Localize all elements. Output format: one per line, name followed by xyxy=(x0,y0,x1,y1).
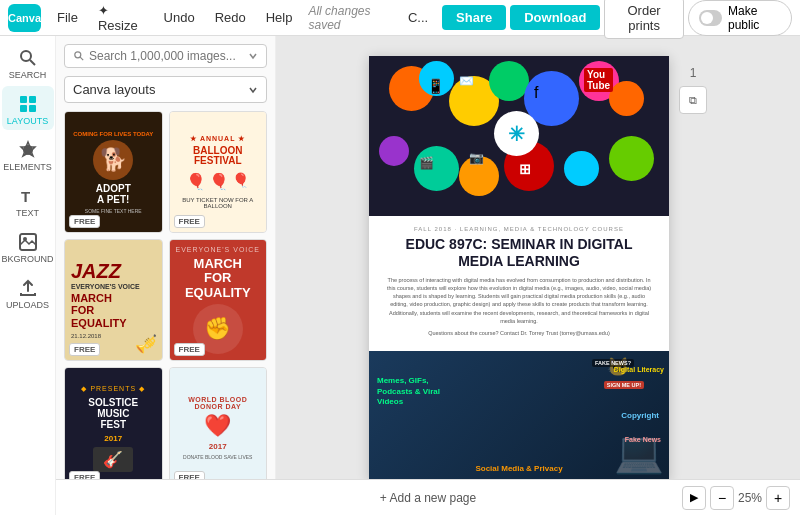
svg-line-1 xyxy=(30,60,35,65)
page-number: 1 xyxy=(679,66,707,80)
sidebar-elements-label: ELEMENTS xyxy=(3,162,52,172)
sidebar-uploads-label: UPLOADS xyxy=(6,300,49,310)
template-card-adopt-pet[interactable]: COMING FOR LIVES TODAY 🐕 ADOPTA PET! SOM… xyxy=(64,111,163,233)
bottom-bar: + Add a new page ▶ − 25% + xyxy=(56,479,800,515)
canvas-page[interactable]: 📱 ✉️ f YouTube 🎬 📷 ⊞ ✳ FALL 2018 · LEARN… xyxy=(369,56,669,481)
add-page-button[interactable]: + Add a new page xyxy=(380,491,476,505)
free-badge: FREE xyxy=(69,215,100,228)
download-button[interactable]: Download xyxy=(510,5,600,30)
canvas-bottom-image: 💻 🐱 FAKE NEWS? SIGN ME UP! Memes, GIFs,P… xyxy=(369,351,669,481)
svg-rect-2 xyxy=(20,96,27,103)
canvas-body-text: The process of interacting with digital … xyxy=(385,276,653,326)
svg-point-0 xyxy=(21,51,31,61)
file-menu[interactable]: File xyxy=(49,6,86,29)
public-toggle[interactable] xyxy=(699,10,722,26)
share-button[interactable]: Share xyxy=(442,5,506,30)
autosave-status: All changes saved xyxy=(308,4,390,32)
help-menu[interactable]: Help xyxy=(258,6,301,29)
document-title[interactable] xyxy=(398,10,438,25)
template-grid: COMING FOR LIVES TODAY 🐕 ADOPTA PET! SOM… xyxy=(64,111,267,489)
template-card-equality[interactable]: EVERYONE'S VOICE MARCHFOREQUALITY ✊ FREE xyxy=(169,239,268,361)
svg-rect-4 xyxy=(20,105,27,112)
zoom-in-button[interactable]: + xyxy=(766,486,790,510)
svg-rect-5 xyxy=(29,105,36,112)
canvas-contact: Questions about the course? Contact Dr. … xyxy=(385,329,653,337)
sidebar-item-search[interactable]: SEARCH xyxy=(2,40,54,84)
undo-button[interactable]: Undo xyxy=(156,6,203,29)
redo-button[interactable]: Redo xyxy=(207,6,254,29)
sidebar-item-text[interactable]: T TEXT xyxy=(2,178,54,222)
template-card-solstice[interactable]: ◆ PRESENTS ◆ SOLSTICEMUSICFEST 2017 🎸 FR… xyxy=(64,367,163,489)
sidebar-search-label: SEARCH xyxy=(9,70,47,80)
sidebar-text-label: TEXT xyxy=(16,208,39,218)
page-tools: 1 ⧉ xyxy=(679,56,707,481)
dropdown-chevron-icon xyxy=(248,85,258,95)
svg-point-11 xyxy=(75,52,81,58)
sidebar-item-bkground[interactable]: BKGROUND xyxy=(2,224,54,268)
sidebar-item-layouts[interactable]: LAYOUTS xyxy=(2,86,54,130)
course-tag: FALL 2018 · LEARNING, MEDIA & TECHNOLOGY… xyxy=(385,226,653,232)
canvas-content[interactable]: FALL 2018 · LEARNING, MEDIA & TECHNOLOGY… xyxy=(369,216,669,351)
canvas-header-image: 📱 ✉️ f YouTube 🎬 📷 ⊞ ✳ xyxy=(369,56,669,216)
sidebar-layouts-label: LAYOUTS xyxy=(7,116,48,126)
svg-line-12 xyxy=(80,57,83,60)
template-card-jazz[interactable]: JAZZ EVERYONE'S VOICE MARCHFOREQUALITY 🎺… xyxy=(64,239,163,361)
resize-menu[interactable]: ✦ Resize xyxy=(90,0,152,37)
order-prints-button[interactable]: Order prints xyxy=(604,0,684,39)
layout-dropdown[interactable]: Canva layouts xyxy=(64,76,267,103)
sidebar-bkground-label: BKGROUND xyxy=(2,254,54,264)
copy-page-button[interactable]: ⧉ xyxy=(679,86,707,114)
template-card-balloon[interactable]: ★ ANNUAL ★ BALLOONFESTIVAL 🎈🎈🎈 BUY TICKE… xyxy=(169,111,268,233)
zoom-level: 25% xyxy=(738,491,762,505)
zoom-out-button[interactable]: − xyxy=(710,486,734,510)
sidebar-item-uploads[interactable]: UPLOADS xyxy=(2,270,54,314)
canva-logo[interactable]: Canva xyxy=(8,4,41,32)
make-public-button[interactable]: Make public xyxy=(688,0,792,36)
search-icon xyxy=(73,50,85,62)
free-badge-3: FREE xyxy=(69,343,100,356)
canvas-title: EDUC 897C: SEMINAR IN DIGITAL MEDIA LEAR… xyxy=(385,236,653,270)
search-input[interactable] xyxy=(89,49,244,63)
search-dropdown-icon xyxy=(248,51,258,61)
svg-rect-3 xyxy=(29,96,36,103)
search-bar xyxy=(64,44,267,68)
free-badge-2: FREE xyxy=(174,215,205,228)
present-button[interactable]: ▶ xyxy=(682,486,706,510)
svg-text:T: T xyxy=(21,188,30,205)
zoom-controls: ▶ − 25% + xyxy=(682,486,790,510)
sidebar-item-elements[interactable]: ELEMENTS xyxy=(2,132,54,176)
template-card-blood-donor[interactable]: WORLD BLOODDONOR DAY ❤️ 2017 DONATE BLOO… xyxy=(169,367,268,489)
free-badge-4: FREE xyxy=(174,343,205,356)
